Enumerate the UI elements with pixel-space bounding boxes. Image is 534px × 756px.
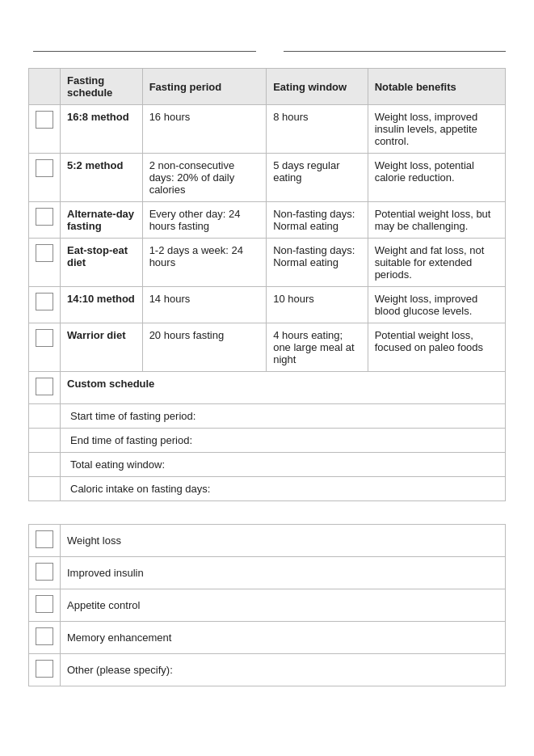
reason-checkbox-cell-1 bbox=[29, 557, 61, 589]
custom-checkbox-cell bbox=[29, 372, 61, 404]
row-window: 5 days regular eating bbox=[267, 154, 368, 202]
row-checkbox-cell bbox=[29, 105, 61, 154]
table-row: Alternate-day fasting Every other day: 2… bbox=[29, 202, 506, 239]
row-name: 14:10 method bbox=[61, 287, 143, 323]
custom-field-empty bbox=[29, 477, 61, 501]
reason-label-3: Memory enhancement bbox=[61, 622, 506, 654]
reason-label-2: Appetite control bbox=[61, 589, 506, 622]
row-checkbox-cell bbox=[29, 323, 61, 372]
list-item: Other (please specify): bbox=[29, 654, 506, 686]
row-name: 5:2 method bbox=[61, 154, 143, 202]
col-fasting-schedule: Fasting schedule bbox=[61, 69, 143, 105]
custom-field-label-3: Caloric intake on fasting days: bbox=[61, 477, 506, 501]
col-notable-benefits: Notable benefits bbox=[368, 69, 505, 105]
custom-field-label-0: Start time of fasting period: bbox=[61, 404, 506, 429]
col-fasting-period: Fasting period bbox=[142, 69, 267, 105]
reason-checkbox-3[interactable] bbox=[36, 627, 53, 645]
row-name: Alternate-day fasting bbox=[61, 202, 143, 239]
custom-field-empty bbox=[29, 429, 61, 453]
reason-label-0: Weight loss bbox=[61, 525, 506, 557]
row-benefits: Potential weight loss, focused on paleo … bbox=[368, 323, 505, 372]
list-item: Appetite control bbox=[29, 589, 506, 622]
custom-checkbox[interactable] bbox=[36, 378, 53, 395]
row-benefits: Weight loss, improved blood glucose leve… bbox=[368, 287, 505, 323]
reason-checkbox-2[interactable] bbox=[36, 595, 53, 613]
reason-checkbox-4[interactable] bbox=[36, 660, 53, 678]
reason-checkbox-cell-4 bbox=[29, 654, 61, 686]
row-checkbox-cell bbox=[29, 154, 61, 202]
checkbox-1[interactable] bbox=[36, 159, 53, 177]
table-row: Eat-stop-eat diet 1-2 days a week: 24 ho… bbox=[29, 239, 506, 287]
checkbox-2[interactable] bbox=[36, 208, 53, 226]
custom-field-row: Caloric intake on fasting days: bbox=[29, 477, 506, 501]
custom-field-empty bbox=[29, 453, 61, 477]
name-input-line bbox=[33, 39, 256, 52]
checkbox-4[interactable] bbox=[36, 293, 53, 310]
date-input-line bbox=[284, 39, 507, 52]
fasting-schedule-table: Fasting schedule Fasting period Eating w… bbox=[28, 68, 506, 501]
row-period: 14 hours bbox=[142, 287, 267, 323]
row-benefits: Weight and fat loss, not suitable for ex… bbox=[368, 239, 505, 287]
checkbox-header bbox=[29, 69, 61, 105]
table-row: 16:8 method 16 hours 8 hours Weight loss… bbox=[29, 105, 506, 154]
checkbox-5[interactable] bbox=[36, 329, 53, 347]
reason-checkbox-0[interactable] bbox=[36, 530, 53, 548]
row-name: 16:8 method bbox=[61, 105, 143, 154]
row-window: 4 hours eating; one large meal at night bbox=[267, 323, 368, 372]
custom-field-label-2: Total eating window: bbox=[61, 453, 506, 477]
row-period: 16 hours bbox=[142, 105, 267, 154]
table-row: 14:10 method 14 hours 10 hours Weight lo… bbox=[29, 287, 506, 323]
row-period: 2 non-consecutive days: 20% of daily cal… bbox=[142, 154, 267, 202]
row-window: Non-fasting days: Normal eating bbox=[267, 202, 368, 239]
row-checkbox-cell bbox=[29, 239, 61, 287]
row-window: 10 hours bbox=[267, 287, 368, 323]
row-name: Eat-stop-eat diet bbox=[61, 239, 143, 287]
list-item: Improved insulin bbox=[29, 557, 506, 589]
table-row: Warrior diet 20 hours fasting 4 hours ea… bbox=[29, 323, 506, 372]
custom-schedule-row: Custom schedule bbox=[29, 372, 506, 404]
row-benefits: Weight loss, improved insulin levels, ap… bbox=[368, 105, 505, 154]
reason-label-1: Improved insulin bbox=[61, 557, 506, 589]
row-name: Warrior diet bbox=[61, 323, 143, 372]
col-eating-window: Eating window bbox=[267, 69, 368, 105]
reason-checkbox-cell-2 bbox=[29, 589, 61, 622]
row-benefits: Weight loss, potential calorie reduction… bbox=[368, 154, 505, 202]
reason-checkbox-1[interactable] bbox=[36, 563, 53, 581]
checkbox-0[interactable] bbox=[36, 111, 53, 129]
list-item: Memory enhancement bbox=[29, 622, 506, 654]
reason-checkbox-cell-3 bbox=[29, 622, 61, 654]
list-item: Weight loss bbox=[29, 525, 506, 557]
row-window: Non-fasting days: Normal eating bbox=[267, 239, 368, 287]
table-row: 5:2 method 2 non-consecutive days: 20% o… bbox=[29, 154, 506, 202]
row-window: 8 hours bbox=[267, 105, 368, 154]
custom-field-row: Start time of fasting period: bbox=[29, 404, 506, 429]
row-period: 20 hours fasting bbox=[142, 323, 267, 372]
reasons-table: Weight loss Improved insulin Appetite co… bbox=[28, 524, 506, 686]
row-period: 1-2 days a week: 24 hours bbox=[142, 239, 267, 287]
checkbox-3[interactable] bbox=[36, 244, 53, 262]
custom-field-label-1: End time of fasting period: bbox=[61, 429, 506, 453]
custom-field-row: Total eating window: bbox=[29, 453, 506, 477]
row-checkbox-cell bbox=[29, 202, 61, 239]
custom-field-empty bbox=[29, 404, 61, 429]
custom-schedule-label: Custom schedule bbox=[61, 372, 506, 404]
reason-checkbox-cell-0 bbox=[29, 525, 61, 557]
custom-field-row: End time of fasting period: bbox=[29, 429, 506, 453]
row-period: Every other day: 24 hours fasting bbox=[142, 202, 267, 239]
reason-label-4: Other (please specify): bbox=[61, 654, 506, 686]
row-checkbox-cell bbox=[29, 287, 61, 323]
row-benefits: Potential weight loss, but may be challe… bbox=[368, 202, 505, 239]
